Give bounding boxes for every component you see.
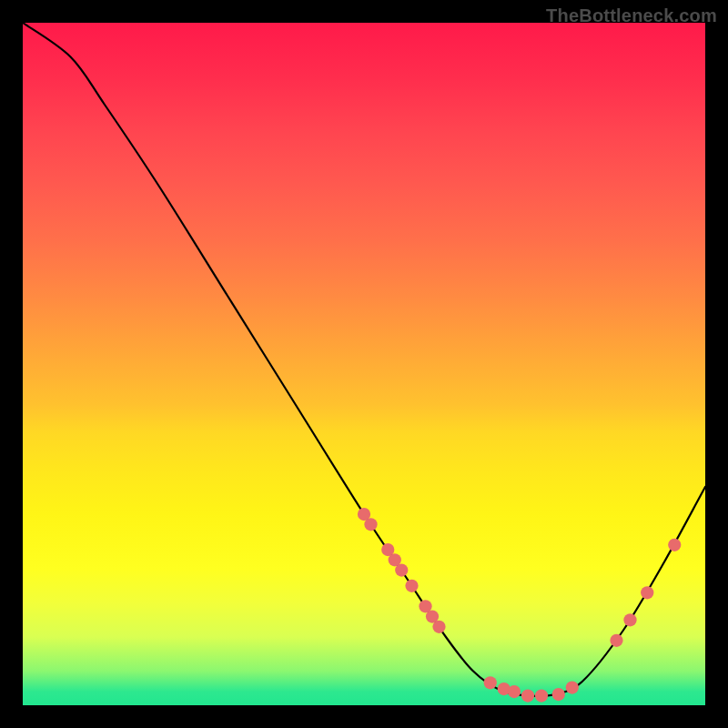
- data-marker: [552, 688, 565, 701]
- data-marker: [484, 676, 497, 689]
- chart-svg: [23, 23, 705, 705]
- data-marker: [610, 634, 622, 647]
- plot-area: [23, 23, 705, 705]
- data-marker: [508, 685, 521, 698]
- data-marker: [641, 586, 653, 599]
- data-marker: [521, 689, 534, 702]
- data-marker: [395, 563, 408, 576]
- chart-container: TheBottleneck.com: [0, 0, 728, 728]
- data-marker: [405, 580, 418, 592]
- data-marker: [432, 621, 445, 633]
- data-marker: [566, 681, 579, 693]
- bottleneck-curve: [23, 23, 705, 696]
- data-marker: [623, 613, 636, 626]
- data-markers: [358, 508, 682, 703]
- data-marker: [364, 518, 377, 531]
- data-marker: [668, 539, 681, 551]
- data-marker: [535, 689, 548, 702]
